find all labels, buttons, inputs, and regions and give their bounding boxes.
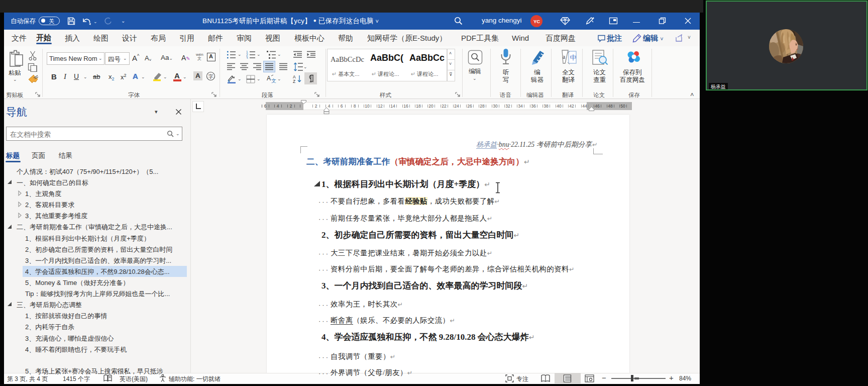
svg-text:a: a: [563, 53, 566, 60]
svg-text:Z: Z: [293, 79, 295, 83]
svg-text:3: 3: [246, 56, 248, 59]
svg-text:字: 字: [208, 74, 213, 79]
svg-text:中: 中: [570, 54, 577, 61]
svg-text:文: 文: [271, 78, 276, 83]
svg-text:A: A: [267, 75, 271, 82]
